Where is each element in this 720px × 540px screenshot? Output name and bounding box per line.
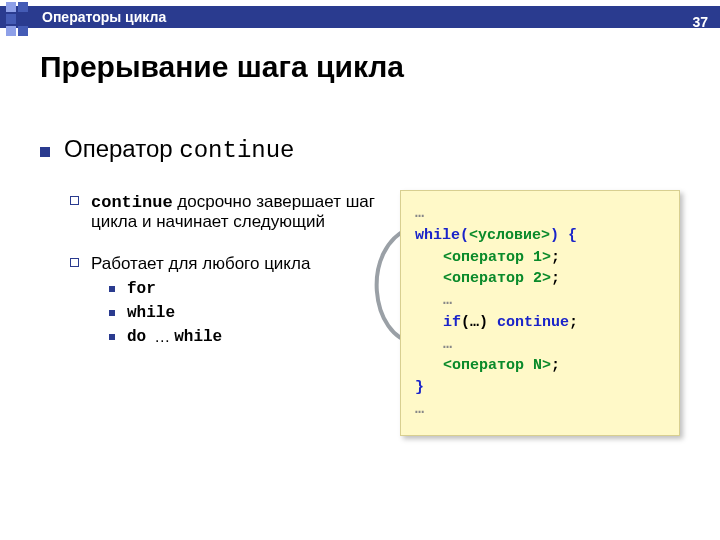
code-ellipsis: … [415,401,424,418]
code-line: while(<условие>) { [415,225,665,247]
loop-while2-label: while [174,328,222,346]
code-brace-close: } [415,379,424,396]
code-line: <оператор N>; [415,355,665,377]
code-op2: <оператор 2> [443,270,551,287]
sub-bullet-2-body: Работает для любого цикла for while do …… [91,254,410,352]
loop-do-label: do [127,328,146,346]
code-line: … [415,399,665,421]
code-line: <оператор 2>; [415,268,665,290]
code-ellipsis: … [443,336,452,353]
loop-while: while [109,304,410,322]
sub-bullet-2-text: Работает для любого цикла [91,254,310,273]
code-area: … while(<условие>) { <оператор 1>; <опер… [400,190,690,436]
sub-bullet-1-kw: continue [91,193,173,212]
code-line: if(…) continue; [415,312,665,334]
code-line: } [415,377,665,399]
code-if-cond: (…) [461,314,497,331]
hollow-square-icon [70,258,79,267]
bullet-prefix: Оператор [64,135,179,162]
loop-while-label: while [127,304,175,322]
header-band: Операторы цикла 37 [0,6,720,28]
sub-bullet-2: Работает для любого цикла for while do …… [70,254,410,352]
code-line: <оператор 1>; [415,247,665,269]
loop-for-label: for [127,280,156,298]
code-semi: ; [551,357,560,374]
slide: Операторы цикла 37 Прерывание шага цикла… [0,0,720,540]
code-op1: <оператор 1> [443,249,551,266]
tiny-square-icon [109,334,115,340]
code-semi: ; [551,249,560,266]
loop-do-while: do … while [109,328,410,346]
tiny-square-icon [109,310,115,316]
code-brace: ) { [550,227,577,244]
loop-dots: … [154,328,170,346]
slide-title: Прерывание шага цикла [40,50,404,84]
code-opN: <оператор N> [443,357,551,374]
square-bullet-icon [40,147,50,157]
bullet-level1: Оператор continue [40,135,680,164]
code-line: … [415,203,665,225]
sub-bullet-1: continue досрочно завершает шаг цикла и … [70,192,410,232]
tiny-square-icon [109,286,115,292]
code-semi: ; [569,314,578,331]
sub-bullets: continue досрочно завершает шаг цикла и … [70,192,410,352]
bullet-text: Оператор continue [64,135,294,164]
code-kw-while: while( [415,227,469,244]
code-kw-continue: continue [497,314,569,331]
code-line: … [415,290,665,312]
bullet-keyword: continue [179,137,294,164]
loop-list: for while do … while [109,280,410,346]
code-line: … [415,334,665,356]
code-cond: <условие> [469,227,550,244]
sub-bullet-1-text: continue досрочно завершает шаг цикла и … [91,192,410,232]
page-number: 37 [692,14,708,30]
code-ellipsis: … [443,292,452,309]
header-decoration-icon [6,2,28,36]
code-kw-if: if [443,314,461,331]
code-box: … while(<условие>) { <оператор 1>; <опер… [400,190,680,436]
hollow-square-icon [70,196,79,205]
loop-for: for [109,280,410,298]
code-semi: ; [551,270,560,287]
section-label: Операторы цикла [42,9,166,25]
code-ellipsis: … [415,205,424,222]
